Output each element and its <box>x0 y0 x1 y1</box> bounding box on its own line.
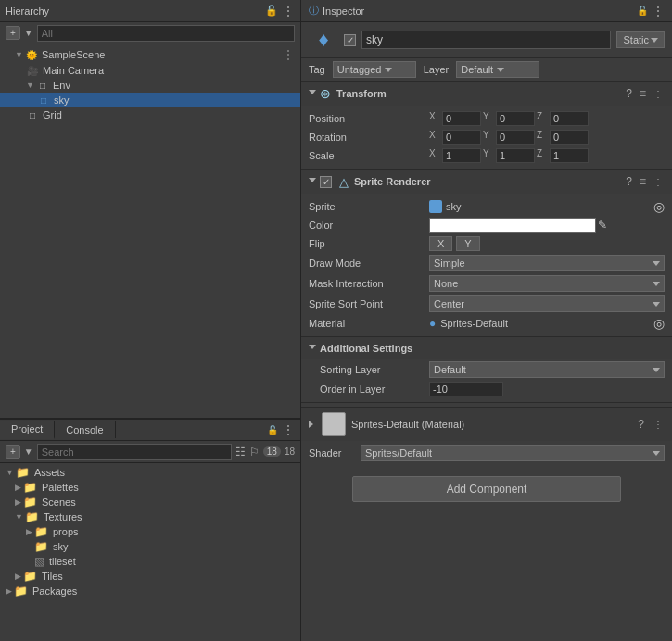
project-item-scenes[interactable]: ▶ 📁 Scenes <box>0 495 300 509</box>
material-help-icon[interactable]: ? <box>636 418 646 431</box>
scale-y-input[interactable] <box>496 148 535 163</box>
scale-y-label: Y <box>483 148 494 163</box>
project-item-sky[interactable]: ▶ 📁 sky <box>0 539 300 554</box>
order-in-layer-input[interactable] <box>429 382 503 396</box>
filter-icon[interactable]: ☷ <box>235 446 246 459</box>
project-item-packages[interactable]: ▶ 📁 Packages <box>0 584 300 598</box>
static-button[interactable]: Static <box>616 31 665 48</box>
project-add-button[interactable]: + <box>6 445 20 459</box>
draw-mode-label: Draw Mode <box>309 258 429 269</box>
pos-x-input[interactable] <box>442 111 481 126</box>
inspector-menu-icon[interactable]: ⋮ <box>652 4 665 19</box>
draw-mode-dropdown[interactable]: Simple <box>429 255 665 271</box>
tree-item-grid[interactable]: □ Grid <box>0 107 300 122</box>
rot-z-input[interactable] <box>550 130 589 145</box>
project-item-tiles[interactable]: ▶ 📁 Tiles <box>0 569 300 584</box>
bookmark-icon[interactable]: ⚐ <box>249 446 260 459</box>
sky-icon: □ <box>37 94 50 107</box>
sorting-layer-dropdown[interactable]: Default <box>429 361 665 378</box>
flip-buttons: X Y <box>429 236 480 251</box>
hierarchy-search-input[interactable] <box>37 25 295 42</box>
sprite-renderer-help-icon[interactable]: ? <box>624 175 634 188</box>
additional-settings-header[interactable]: Additional Settings <box>301 337 672 359</box>
project-item-tileset[interactable]: ▶ ▧ tileset <box>0 554 300 569</box>
material-section-header[interactable]: Sprites-Default (Material) ? ⋮ <box>301 408 672 441</box>
rotation-row: Rotation X Y Z <box>301 128 672 146</box>
project-dropdown-arrow[interactable]: ▼ <box>24 446 33 457</box>
sprite-target-icon[interactable]: ◎ <box>653 199 665 214</box>
static-dropdown-arrow <box>651 38 658 43</box>
transform-collapse-arrow <box>309 90 316 97</box>
project-lock-icon[interactable]: 🔓 <box>267 425 278 435</box>
sprite-renderer-header[interactable]: △ Sprite Renderer ? ≡ ⋮ <box>301 170 672 194</box>
sprite-preview-icon <box>429 200 442 213</box>
hierarchy-lock-icon[interactable]: 🔓 <box>265 5 278 17</box>
additional-settings-title: Additional Settings <box>320 343 665 354</box>
hierarchy-menu-icon[interactable]: ⋮ <box>282 4 295 19</box>
env-expand-arrow: ▼ <box>26 81 34 90</box>
sprite-renderer-menu-icon[interactable]: ⋮ <box>652 177 665 187</box>
visibility-badge: 18 <box>263 446 281 457</box>
hierarchy-add-button[interactable]: + <box>6 26 20 40</box>
additional-settings-section: Additional Settings Sorting Layer Defaul… <box>301 336 672 398</box>
hierarchy-tree: ▼ 🌞 SampleScene ⋮ 🎥 Main Camera ▼ □ Env <box>0 44 300 418</box>
sprite-renderer-settings-icon[interactable]: ≡ <box>638 175 648 188</box>
tag-dropdown[interactable]: Untagged <box>333 61 416 78</box>
sprite-renderer-enabled[interactable] <box>320 176 332 188</box>
transform-help-icon[interactable]: ? <box>624 87 634 100</box>
scale-x-label: X <box>429 148 440 163</box>
material-menu-icon[interactable]: ⋮ <box>652 420 665 430</box>
rot-x-label: X <box>429 130 440 145</box>
project-menu-icon[interactable]: ⋮ <box>282 422 295 437</box>
mask-interaction-dropdown[interactable]: None <box>429 275 665 292</box>
color-paint-icon[interactable]: ✎ <box>598 219 607 232</box>
object-enabled-checkbox[interactable] <box>344 34 356 46</box>
object-name-input[interactable] <box>361 31 611 49</box>
project-item-assets[interactable]: ▼ 📁 Assets <box>0 465 300 480</box>
pos-z-input[interactable] <box>550 111 589 126</box>
color-value: ✎ <box>429 218 665 233</box>
rot-x-input[interactable] <box>442 130 481 145</box>
sorting-layer-value: Default <box>434 364 466 375</box>
tree-item-env[interactable]: ▼ □ Env <box>0 78 300 93</box>
additional-settings-body: Sorting Layer Default Order in Layer <box>301 359 672 398</box>
add-component-button[interactable]: Add Component <box>352 476 621 502</box>
scene-expand-arrow: ▼ <box>15 50 23 59</box>
tab-console[interactable]: Console <box>55 421 115 438</box>
color-row: Color ✎ <box>301 216 672 234</box>
layer-dropdown[interactable]: Default <box>456 61 539 78</box>
scene-menu-icon[interactable]: ⋮ <box>282 47 295 62</box>
scale-z-input[interactable] <box>550 148 589 163</box>
project-palettes-label: Palettes <box>42 482 79 493</box>
draw-mode-row: Draw Mode Simple <box>301 253 672 273</box>
sprite-sort-point-dropdown[interactable]: Center <box>429 295 665 312</box>
color-swatch[interactable] <box>429 218 596 233</box>
flip-x-button[interactable]: X <box>429 236 452 251</box>
project-scenes-label: Scenes <box>42 496 76 508</box>
transform-settings-icon[interactable]: ≡ <box>638 87 648 100</box>
pos-y-input[interactable] <box>496 111 535 126</box>
project-item-props[interactable]: ▶ 📁 props <box>0 524 300 539</box>
project-search-input[interactable] <box>37 444 232 460</box>
tab-project[interactable]: Project <box>0 421 55 439</box>
project-item-palettes[interactable]: ▶ 📁 Palettes <box>0 480 300 495</box>
flip-y-button[interactable]: Y <box>456 236 479 251</box>
rot-y-input[interactable] <box>496 130 535 145</box>
inspector-lock-icon[interactable]: 🔓 <box>637 6 648 16</box>
project-content: ▼ 📁 Assets ▶ 📁 Palettes ▶ 📁 Scenes <box>0 463 300 641</box>
material-body: Shader Sprites/Default <box>301 441 672 465</box>
transform-header[interactable]: ⊛ Transform ? ≡ ⋮ <box>301 82 672 106</box>
material-target-icon[interactable]: ◎ <box>653 316 665 331</box>
transform-menu-icon[interactable]: ⋮ <box>652 89 665 99</box>
project-console-tabs: Project Console 🔓 ⋮ <box>0 419 300 441</box>
project-item-textures[interactable]: ▼ 📁 Textures <box>0 509 300 524</box>
tree-item-scene[interactable]: ▼ 🌞 SampleScene ⋮ <box>0 46 300 63</box>
additional-collapse-arrow <box>309 345 316 352</box>
hierarchy-dropdown-arrow[interactable]: ▼ <box>24 28 33 38</box>
shader-dropdown[interactable]: Sprites/Default <box>361 445 665 461</box>
folder-icon: 📁 <box>16 466 30 479</box>
sprite-renderer-component: △ Sprite Renderer ? ≡ ⋮ Sprite sky ◎ <box>301 170 672 403</box>
tree-item-camera[interactable]: 🎥 Main Camera <box>0 63 300 78</box>
tree-item-sky[interactable]: □ sky <box>0 93 300 107</box>
scale-x-input[interactable] <box>442 148 481 163</box>
